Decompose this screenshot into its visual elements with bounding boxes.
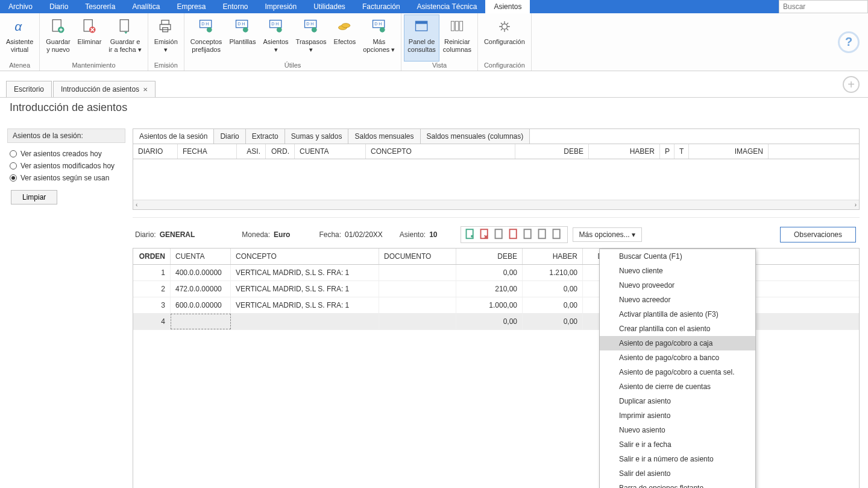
tool-icon-3[interactable] xyxy=(494,229,506,241)
add-tab-icon[interactable]: + xyxy=(843,76,860,93)
ribbon-asientos[interactable]: D HAsientos ▾ xyxy=(259,14,292,62)
tool-del-icon[interactable] xyxy=(479,229,491,241)
tool-icon-6[interactable] xyxy=(537,229,549,241)
menu-asientos[interactable]: Asientos xyxy=(485,0,530,13)
menu-utilidades[interactable]: Utilidades xyxy=(305,0,354,13)
scroll-right-icon[interactable]: › xyxy=(855,201,857,208)
session-col-diario[interactable]: DIARIO xyxy=(133,144,178,159)
svg-point-20 xyxy=(312,27,317,33)
menu-diario[interactable]: Diario xyxy=(41,0,77,13)
entry-col-haber[interactable]: HABER xyxy=(523,249,583,264)
inner-tab-1[interactable]: Diario xyxy=(214,129,245,144)
radio-option-0[interactable]: Ver asientos creados hoy xyxy=(7,148,125,160)
context-item-5[interactable]: Crear plantilla con el asiento xyxy=(600,322,755,336)
ribbon-guardar[interactable]: Guardar y nuevo xyxy=(42,14,74,62)
session-col-p[interactable]: P xyxy=(660,144,675,159)
svg-rect-6 xyxy=(162,21,169,25)
svg-rect-36 xyxy=(524,229,530,238)
context-item-8[interactable]: Asiento de pago/cobro a cuenta sel. xyxy=(600,365,755,379)
session-col-fecha[interactable]: FECHA xyxy=(178,144,237,159)
ribbon-asistente[interactable]: αAsistente virtual xyxy=(2,14,37,62)
entry-col-documento[interactable]: DOCUMENTO xyxy=(379,249,456,264)
scroll-left-icon[interactable]: ‹ xyxy=(136,201,137,208)
session-col-haber[interactable]: HABER xyxy=(589,144,660,159)
ribbon-efectos[interactable]: Efectos xyxy=(330,14,360,62)
context-item-12[interactable]: Nuevo asiento xyxy=(600,423,755,437)
observations-button[interactable]: Observaciones xyxy=(780,227,856,242)
context-item-3[interactable]: Nuevo acreedor xyxy=(600,293,755,307)
inner-tab-3[interactable]: Sumas y saldos xyxy=(285,129,349,144)
ribbon-conceptos[interactable]: D HConceptos prefijados xyxy=(187,14,226,62)
context-item-0[interactable]: Buscar Cuenta (F1) xyxy=(600,249,755,264)
tool-icon-4[interactable] xyxy=(508,229,520,241)
ribbon-más[interactable]: D HMás opciones ▾ xyxy=(359,14,398,62)
ribbon-guardar-e[interactable]: Guardar e ir a fecha ▾ xyxy=(105,14,145,62)
inner-tab-4[interactable]: Saldos mensuales xyxy=(348,129,420,144)
ribbon-traspasos[interactable]: D HTraspasos ▾ xyxy=(292,14,330,62)
entry-grid: ORDENCUENTACONCEPTODOCUMENTODEBEHABERDEP… xyxy=(133,248,860,488)
menu-facturación[interactable]: Facturación xyxy=(354,0,409,13)
alpha-icon: α xyxy=(10,17,30,36)
session-col-imagen[interactable]: IMAGEN xyxy=(689,144,769,159)
session-col-debe[interactable]: DEBE xyxy=(515,144,589,159)
context-item-2[interactable]: Nuevo proveedor xyxy=(600,278,755,293)
context-item-6[interactable]: Asiento de pago/cobro a caja xyxy=(600,336,755,350)
ribbon-plantillas[interactable]: D HPlantillas xyxy=(225,14,259,62)
inner-tab-5[interactable]: Saldos mensuales (columnas) xyxy=(421,129,530,144)
more-options-dropdown[interactable]: Más opciones... ▾ xyxy=(573,227,642,242)
help-icon[interactable]: ? xyxy=(838,31,860,53)
context-item-15[interactable]: Salir del asiento xyxy=(600,466,755,481)
doc-tab-1[interactable]: Introducción de asientos✕ xyxy=(53,81,156,97)
context-item-4[interactable]: Activar plantilla de asiento (F3) xyxy=(600,307,755,322)
svg-rect-34 xyxy=(495,229,502,238)
ribbon-panel-de[interactable]: Panel de consultas xyxy=(404,14,439,62)
inner-tab-0[interactable]: Asientos de la sesión xyxy=(133,129,214,144)
menu-asistencia técnica[interactable]: Asistencia Técnica xyxy=(409,0,486,13)
session-col-asi.[interactable]: ASI. xyxy=(237,144,266,159)
entry-col-orden[interactable]: ORDEN xyxy=(133,249,171,264)
session-col-t[interactable]: T xyxy=(675,144,689,159)
ribbon-emisión[interactable]: Emisión ▾ xyxy=(151,14,181,62)
search-input[interactable] xyxy=(779,0,868,13)
menu-tesorería[interactable]: Tesorería xyxy=(77,0,124,13)
tool-icon-5[interactable] xyxy=(523,229,535,241)
menu-entorno[interactable]: Entorno xyxy=(214,0,256,13)
fecha-label: Fecha: xyxy=(319,230,341,239)
context-item-10[interactable]: Duplicar asiento xyxy=(600,394,755,408)
context-item-1[interactable]: Nuevo cliente xyxy=(600,264,755,278)
dh-icon: D H xyxy=(370,17,389,36)
dh-icon: D H xyxy=(197,17,216,36)
menu-archivo[interactable]: Archivo xyxy=(0,0,41,13)
entry-col-debe[interactable]: DEBE xyxy=(456,249,523,264)
context-item-14[interactable]: Salir e ir a número de asiento xyxy=(600,452,755,466)
session-col-cuenta[interactable]: CUENTA xyxy=(295,144,366,159)
context-item-7[interactable]: Asiento de pago/cobro a banco xyxy=(600,350,755,365)
gear-icon xyxy=(495,17,514,36)
doc-tab-0[interactable]: Escritorio xyxy=(6,81,52,97)
svg-rect-30 xyxy=(460,21,463,31)
context-item-16[interactable]: Barra de opciones flotante xyxy=(600,481,755,488)
inner-tab-2[interactable]: Extracto xyxy=(246,129,285,144)
ribbon-configuración[interactable]: Configuración xyxy=(480,14,529,62)
tool-new-icon[interactable] xyxy=(465,229,477,241)
context-item-11[interactable]: Imprimir asiento xyxy=(600,408,755,423)
horizontal-scrollbar[interactable]: ‹ › xyxy=(133,200,859,209)
menu-analítica[interactable]: Analítica xyxy=(124,0,168,13)
session-col-ord.[interactable]: ORD. xyxy=(266,144,295,159)
menu-empresa[interactable]: Empresa xyxy=(168,0,214,13)
entry-col-concepto[interactable]: CONCEPTO xyxy=(231,249,379,264)
context-item-13[interactable]: Salir e ir a fecha xyxy=(600,437,755,452)
tool-icon-7[interactable] xyxy=(552,229,564,241)
entry-col-cuenta[interactable]: CUENTA xyxy=(171,249,231,264)
ribbon-eliminar[interactable]: Eliminar xyxy=(74,14,105,62)
close-icon[interactable]: ✕ xyxy=(143,86,148,93)
session-col-concepto[interactable]: CONCEPTO xyxy=(366,144,515,159)
radio-option-1[interactable]: Ver asientos modificados hoy xyxy=(7,160,125,172)
context-item-9[interactable]: Asiento de cierre de cuentas xyxy=(600,379,755,394)
page-title: Introducción de asientos xyxy=(10,101,868,114)
radio-option-2[interactable]: Ver asientos según se usan xyxy=(7,172,125,184)
dh-icon: D H xyxy=(266,17,286,36)
ribbon-reiniciar[interactable]: Reiniciar columnas xyxy=(439,14,475,62)
clear-button[interactable]: Limpiar xyxy=(11,190,57,204)
menu-impresión[interactable]: Impresión xyxy=(256,0,305,13)
